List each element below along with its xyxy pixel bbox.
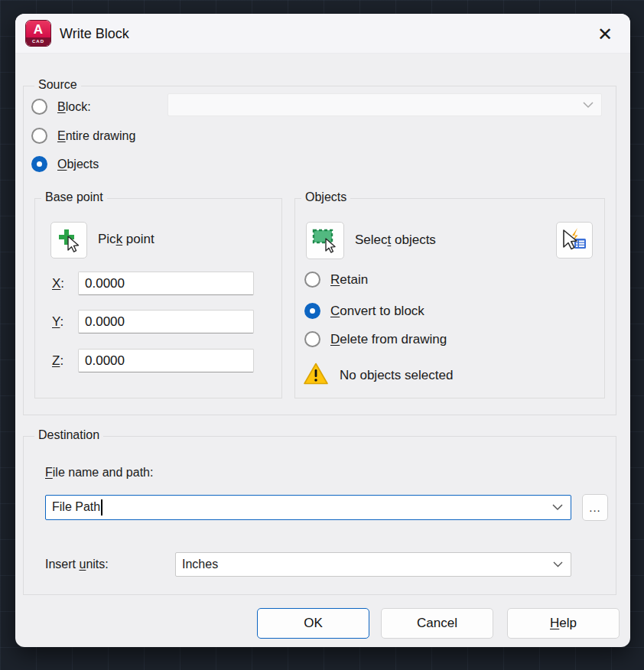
browse-button[interactable]: ... — [582, 494, 608, 521]
cancel-button-label: Cancel — [417, 616, 457, 630]
warning-text: No objects selected — [340, 368, 453, 383]
pick-point-icon — [56, 226, 82, 255]
pick-point-button[interactable] — [50, 222, 87, 259]
ok-button-label: OK — [304, 616, 323, 630]
source-group: Source Block: Entire drawing Objects Bas… — [23, 86, 616, 415]
radio-circle-block — [31, 99, 47, 115]
radio-objects[interactable]: Objects — [31, 156, 99, 172]
chevron-down-icon — [553, 561, 563, 568]
radio-label-entire-drawing: Entire drawing — [57, 129, 135, 143]
quick-select-button[interactable] — [556, 222, 593, 259]
radio-delete-from-drawing[interactable]: Delete from drawing — [304, 331, 447, 347]
z-input[interactable] — [78, 349, 254, 372]
select-objects-label: Select objects — [355, 233, 436, 248]
write-block-dialog: A CAD Write Block ✕ Source Block: Entire… — [15, 14, 630, 647]
base-point-group: Base point Pick point X: Y: Z: — [34, 198, 282, 398]
title-bar: A CAD Write Block ✕ — [15, 14, 630, 54]
insert-units-combobox[interactable]: Inches — [175, 552, 571, 577]
ok-button[interactable]: OK — [257, 608, 369, 639]
radio-label-objects: Objects — [57, 158, 99, 171]
z-label: Z: — [52, 353, 63, 369]
radio-convert-to-block[interactable]: Convert to block — [304, 303, 424, 319]
insert-units-value: Inches — [176, 558, 553, 571]
close-button[interactable]: ✕ — [592, 21, 618, 47]
base-point-group-label: Base point — [41, 190, 107, 204]
help-button[interactable]: Help — [507, 608, 620, 639]
autocad-icon-letter: A — [26, 21, 50, 37]
cancel-button[interactable]: Cancel — [381, 608, 493, 639]
radio-block[interactable]: Block: — [31, 99, 91, 115]
radio-label-delete-from-drawing: Delete from drawing — [330, 332, 447, 347]
radio-retain[interactable]: Retain — [304, 272, 368, 288]
quick-select-icon — [561, 226, 588, 255]
chevron-down-icon — [583, 102, 594, 109]
y-label: Y: — [52, 314, 63, 330]
help-button-label: Help — [550, 616, 577, 630]
radio-label-block: Block: — [57, 100, 91, 114]
close-icon: ✕ — [597, 24, 613, 45]
x-input[interactable] — [78, 272, 254, 295]
ellipsis-icon: ... — [589, 501, 601, 514]
text-caret — [101, 499, 102, 516]
insert-units-label: Insert units: — [45, 558, 109, 571]
chevron-down-icon — [552, 504, 563, 511]
radio-entire-drawing[interactable]: Entire drawing — [31, 128, 135, 144]
autocad-icon-cad-text: CAD — [26, 37, 50, 46]
destination-group-label: Destination — [34, 428, 103, 442]
radio-circle-delete-from-drawing — [304, 331, 320, 347]
objects-group: Objects Select objects — [294, 198, 605, 398]
source-group-label: Source — [34, 78, 81, 92]
file-name-label: File name and path: — [45, 466, 153, 480]
radio-circle-entire-drawing — [31, 128, 47, 144]
y-input[interactable] — [78, 310, 254, 333]
pick-point-label: Pick point — [98, 232, 154, 247]
select-objects-icon — [311, 226, 340, 255]
radio-circle-convert-to-block — [304, 303, 320, 319]
select-objects-button[interactable] — [306, 222, 344, 259]
block-name-combobox — [168, 93, 602, 116]
autocad-icon: A CAD — [25, 20, 51, 47]
radio-label-convert-to-block: Convert to block — [330, 304, 424, 319]
destination-group: Destination File name and path: File Pat… — [23, 436, 616, 595]
objects-group-label: Objects — [301, 190, 350, 204]
radio-label-retain: Retain — [330, 272, 368, 288]
file-path-combobox[interactable]: File Path — [45, 495, 571, 520]
x-label: X: — [52, 276, 64, 291]
selection-status: No objects selected — [303, 362, 453, 389]
file-path-value: File Path — [46, 499, 552, 516]
warning-icon — [303, 362, 329, 389]
radio-circle-objects — [31, 156, 47, 172]
radio-circle-retain — [304, 272, 320, 288]
dialog-title: Write Block — [60, 14, 129, 54]
